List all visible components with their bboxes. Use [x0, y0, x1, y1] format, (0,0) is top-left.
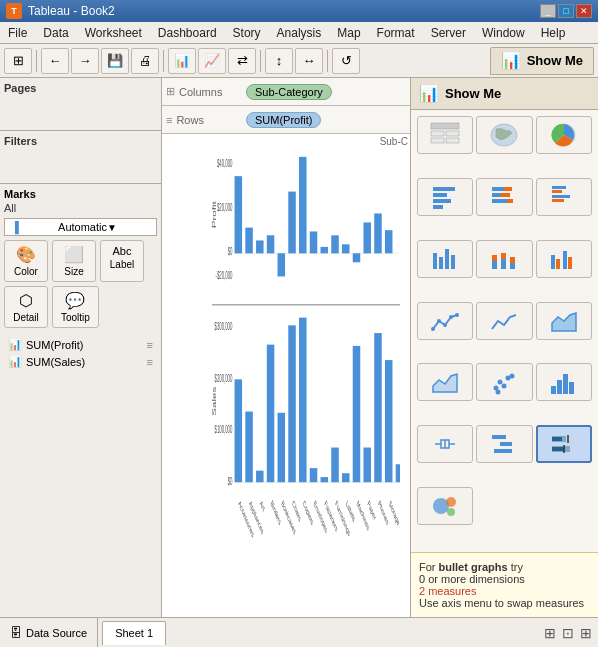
chart-type-pie[interactable] [536, 116, 592, 154]
menu-map[interactable]: Map [329, 22, 368, 43]
bar-sales-12[interactable] [363, 448, 371, 483]
bar-profit-6[interactable] [299, 157, 307, 253]
toolbar-bar2[interactable]: 📈 [198, 48, 226, 74]
menu-window[interactable]: Window [474, 22, 533, 43]
bar-sales-6[interactable] [299, 318, 307, 483]
marks-type-dropdown[interactable]: ▐ Automatic ▼ [4, 218, 157, 236]
close-button[interactable]: ✕ [576, 4, 592, 18]
chart-type-line-disc[interactable] [417, 302, 473, 340]
field-profit[interactable]: 📊 SUM(Profit) ≡ [4, 336, 157, 353]
chart-type-area-cont[interactable] [417, 363, 473, 401]
svg-text:$40,000: $40,000 [217, 158, 233, 170]
toolbar-sort2[interactable]: ↔ [295, 48, 323, 74]
bar-sales-4[interactable] [278, 413, 286, 482]
chart-type-stacked-vbar[interactable] [476, 240, 532, 278]
marks-tooltip-btn[interactable]: 💬 Tooltip [52, 286, 99, 328]
chart-type-scatter[interactable] [476, 363, 532, 401]
bar-sales-7[interactable] [310, 468, 318, 482]
bar-sales-15[interactable] [396, 464, 400, 482]
chart-type-box[interactable] [417, 425, 473, 463]
bar-sales-3[interactable] [267, 345, 275, 483]
menu-story[interactable]: Story [225, 22, 269, 43]
svg-rect-51 [439, 257, 443, 269]
toolbar-print[interactable]: 🖨 [131, 48, 159, 74]
bar-sales-14[interactable] [385, 360, 393, 482]
chart-type-packed[interactable] [417, 487, 473, 525]
bar-profit-9[interactable] [331, 235, 339, 253]
bar-profit-10[interactable] [342, 244, 350, 253]
marks-size-btn[interactable]: ⬜ Size [52, 240, 96, 282]
minimize-button[interactable]: _ [540, 4, 556, 18]
svg-point-66 [443, 323, 447, 327]
bar-profit-13[interactable] [374, 213, 382, 253]
menu-analysis[interactable]: Analysis [269, 22, 330, 43]
toolbar-save[interactable]: 💾 [101, 48, 129, 74]
menu-dashboard[interactable]: Dashboard [150, 22, 225, 43]
bar-profit-12[interactable] [363, 222, 371, 253]
bar-profit-7[interactable] [310, 231, 318, 253]
data-source-tab[interactable]: 🗄 Data Source [0, 618, 98, 647]
bar-profit-2[interactable] [256, 240, 264, 253]
bar-sales-10[interactable] [342, 473, 350, 482]
chart-type-side-vbar[interactable] [536, 240, 592, 278]
bar-profit-5[interactable] [288, 192, 296, 254]
bar-profit-14[interactable] [385, 230, 393, 253]
chart-type-side-hbar[interactable] [536, 178, 592, 216]
bar-profit-0[interactable] [235, 176, 243, 253]
chart-type-area-disc[interactable] [536, 302, 592, 340]
chart-type-vbar[interactable] [417, 240, 473, 278]
sheet-tab[interactable]: Sheet 1 [102, 621, 166, 645]
maximize-button[interactable]: □ [558, 4, 574, 18]
pages-title: Pages [4, 82, 157, 94]
bar-sales-13[interactable] [374, 333, 382, 482]
bar-sales-5[interactable] [288, 325, 296, 482]
toolbar-forward[interactable]: → [71, 48, 99, 74]
bar-sales-0[interactable] [235, 379, 243, 482]
marks-color-btn[interactable]: 🎨 Color [4, 240, 48, 282]
bar-sales-9[interactable] [331, 448, 339, 483]
toolbar-back[interactable]: ← [41, 48, 69, 74]
title-controls[interactable]: _ □ ✕ [540, 4, 592, 18]
toolbar-sort1[interactable]: ↕ [265, 48, 293, 74]
bar-profit-8[interactable] [321, 247, 329, 253]
field-sales[interactable]: 📊 SUM(Sales) ≡ [4, 353, 157, 370]
marks-label-btn[interactable]: Abc Label [100, 240, 144, 282]
toolbar-refresh[interactable]: ↺ [332, 48, 360, 74]
svg-text:$200,000: $200,000 [215, 373, 233, 385]
menu-file[interactable]: File [0, 22, 35, 43]
columns-pill[interactable]: Sub-Category [246, 84, 332, 100]
svg-text:$300,000: $300,000 [215, 321, 233, 333]
menu-data[interactable]: Data [35, 22, 76, 43]
bar-profit-11[interactable] [353, 253, 361, 262]
bottom-bar: 🗄 Data Source Sheet 1 ⊞ ⊡ ⊞ [0, 617, 598, 647]
bar-profit-4[interactable] [278, 253, 286, 276]
chart-type-geo-map[interactable] [476, 116, 532, 154]
chart-type-line-cont[interactable] [476, 302, 532, 340]
toolbar-bar[interactable]: 📊 [168, 48, 196, 74]
marks-detail-btn[interactable]: ⬡ Detail [4, 286, 48, 328]
menu-worksheet[interactable]: Worksheet [77, 22, 150, 43]
chart-type-stacked-hbar[interactable] [476, 178, 532, 216]
chart-type-histogram[interactable] [536, 363, 592, 401]
bar-sales-1[interactable] [245, 412, 253, 483]
bar-sales-2[interactable] [256, 471, 264, 483]
show-me-tab[interactable]: 📊 Show Me [490, 47, 594, 75]
bar-sales-8[interactable] [321, 477, 329, 482]
rows-pill[interactable]: SUM(Profit) [246, 112, 321, 128]
toolbar-swap[interactable]: ⇄ [228, 48, 256, 74]
viz-area: ⊞ Columns Sub-Category ≡ Rows SUM(Profit… [162, 78, 410, 617]
bar-profit-1[interactable] [245, 228, 253, 254]
new-dashboard-icon[interactable]: ⊡ [562, 625, 574, 641]
chart-type-bullet[interactable] [536, 425, 592, 463]
chart-type-text-table[interactable] [417, 116, 473, 154]
new-worksheet-icon[interactable]: ⊞ [544, 625, 556, 641]
chart-type-gantt[interactable] [476, 425, 532, 463]
bar-profit-3[interactable] [267, 235, 275, 253]
chart-type-hbar[interactable] [417, 178, 473, 216]
menu-format[interactable]: Format [369, 22, 423, 43]
new-story-icon[interactable]: ⊞ [580, 625, 592, 641]
toolbar-new[interactable]: ⊞ [4, 48, 32, 74]
bar-sales-11[interactable] [353, 346, 361, 482]
menu-server[interactable]: Server [423, 22, 474, 43]
menu-help[interactable]: Help [533, 22, 574, 43]
